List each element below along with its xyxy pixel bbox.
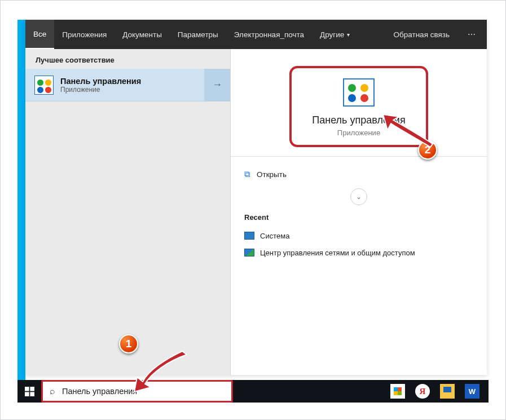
- tab-all[interactable]: Все: [25, 20, 54, 49]
- taskbar-app-store[interactable]: [390, 384, 405, 399]
- search-icon: ⌕: [43, 386, 62, 396]
- svg-rect-2: [25, 392, 29, 396]
- preview-actions: ⧉ Открыть ⌄: [231, 156, 487, 211]
- taskbar: ⌕ Я W: [17, 380, 489, 403]
- tab-email[interactable]: Электронная_почта: [226, 20, 312, 49]
- recent-header: Recent: [231, 211, 487, 227]
- taskbar-app-file-explorer[interactable]: [440, 384, 455, 399]
- tab-settings[interactable]: Параметры: [170, 20, 226, 49]
- search-tabs: Все Приложения Документы Параметры Элект…: [25, 20, 487, 49]
- taskbar-search-input[interactable]: [62, 382, 231, 401]
- svg-rect-3: [30, 392, 34, 396]
- preview-card: Панель управления Приложение: [289, 66, 428, 147]
- preview-subtitle: Приложение: [337, 129, 380, 137]
- tab-more[interactable]: Другие ▾: [312, 20, 358, 49]
- tab-apps[interactable]: Приложения: [54, 20, 115, 49]
- more-options-button[interactable]: ⋯: [457, 20, 487, 49]
- taskbar-pinned-apps: Я W: [373, 384, 489, 399]
- result-expand-arrow[interactable]: →: [204, 69, 230, 101]
- result-subtitle: Приложение: [60, 86, 204, 94]
- windows-logo-icon: [25, 387, 34, 396]
- action-open-label: Открыть: [257, 170, 287, 179]
- svg-rect-1: [30, 387, 34, 391]
- results-left-column: Лучшее соответствие Панель управления Пр…: [25, 49, 231, 375]
- search-results-panel: Все Приложения Документы Параметры Элект…: [25, 20, 487, 375]
- taskbar-app-word[interactable]: W: [465, 384, 479, 399]
- recent-item-label: Центр управления сетями и общим доступом: [260, 249, 415, 257]
- chevron-down-icon: ▾: [347, 32, 350, 38]
- recent-item-system[interactable]: Система: [244, 227, 473, 244]
- control-panel-icon: [343, 78, 375, 107]
- tab-more-label: Другие: [320, 30, 344, 39]
- recent-item-network-center[interactable]: Центр управления сетями и общим доступом: [244, 244, 473, 261]
- expand-actions-button[interactable]: ⌄: [350, 188, 367, 205]
- tab-documents[interactable]: Документы: [115, 20, 170, 49]
- results-right-column: Панель управления Приложение ⧉ Открыть ⌄…: [231, 49, 487, 375]
- control-panel-icon: [34, 76, 54, 95]
- taskbar-search-box[interactable]: ⌕: [41, 380, 233, 403]
- preview-title: Панель управления: [312, 114, 405, 126]
- monitor-icon: [244, 232, 254, 240]
- taskbar-app-yandex[interactable]: Я: [415, 384, 430, 399]
- recent-item-label: Система: [260, 232, 289, 240]
- chevron-down-icon: ⌄: [356, 193, 362, 201]
- recent-list: Система Центр управления сетями и общим …: [231, 227, 487, 272]
- accent-bar: [17, 20, 25, 394]
- tab-feedback[interactable]: Обратная связь: [386, 20, 457, 49]
- result-control-panel[interactable]: Панель управления Приложение →: [25, 69, 230, 101]
- best-match-header: Лучшее соответствие: [25, 49, 230, 69]
- network-icon: [244, 249, 254, 257]
- svg-rect-0: [25, 387, 29, 391]
- open-icon: ⧉: [244, 169, 257, 179]
- action-open[interactable]: ⧉ Открыть: [244, 165, 473, 184]
- result-title: Панель управления: [60, 77, 204, 86]
- start-button[interactable]: [17, 380, 41, 403]
